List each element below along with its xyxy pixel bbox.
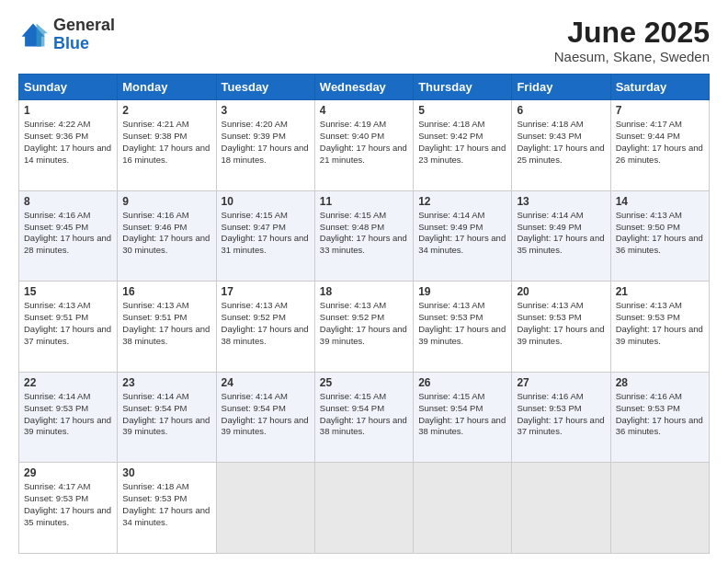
day-number: 27 <box>517 376 605 389</box>
day-number: 26 <box>418 376 506 389</box>
day-number: 28 <box>616 376 704 389</box>
day-number: 15 <box>24 285 112 298</box>
calendar-cell: 4 Sunrise: 4:19 AMSunset: 9:40 PMDayligh… <box>314 100 413 191</box>
cell-info: Sunrise: 4:13 AMSunset: 9:53 PMDaylight:… <box>418 300 506 345</box>
cell-info: Sunrise: 4:13 AMSunset: 9:53 PMDaylight:… <box>517 300 604 345</box>
cell-info: Sunrise: 4:17 AMSunset: 9:44 PMDaylight:… <box>616 119 703 164</box>
calendar-cell: 30 Sunrise: 4:18 AMSunset: 9:53 PMDaylig… <box>118 463 216 554</box>
day-number: 6 <box>517 104 605 117</box>
day-number: 12 <box>418 195 506 208</box>
day-number: 24 <box>222 376 310 389</box>
calendar-cell <box>314 463 413 554</box>
cell-info: Sunrise: 4:13 AMSunset: 9:51 PMDaylight:… <box>24 300 111 345</box>
calendar-cell: 20 Sunrise: 4:13 AMSunset: 9:53 PMDaylig… <box>512 282 610 373</box>
cell-info: Sunrise: 4:15 AMSunset: 9:54 PMDaylight:… <box>418 391 506 436</box>
calendar-cell: 23 Sunrise: 4:14 AMSunset: 9:54 PMDaylig… <box>118 372 216 463</box>
logo-text: General Blue <box>53 17 115 53</box>
cell-info: Sunrise: 4:16 AMSunset: 9:45 PMDaylight:… <box>24 210 111 255</box>
cell-info: Sunrise: 4:14 AMSunset: 9:54 PMDaylight:… <box>122 391 210 436</box>
calendar-cell <box>414 463 512 554</box>
day-number: 19 <box>418 285 506 298</box>
day-number: 2 <box>122 104 210 117</box>
day-number: 29 <box>24 466 112 479</box>
main-title: June 2025 <box>554 17 710 49</box>
day-number: 18 <box>320 285 408 298</box>
day-number: 25 <box>320 376 408 389</box>
calendar-week-row: 15 Sunrise: 4:13 AMSunset: 9:51 PMDaylig… <box>19 282 710 373</box>
cell-info: Sunrise: 4:14 AMSunset: 9:49 PMDaylight:… <box>517 210 604 255</box>
day-number: 17 <box>222 285 310 298</box>
calendar-cell: 11 Sunrise: 4:15 AMSunset: 9:48 PMDaylig… <box>314 190 413 282</box>
cell-info: Sunrise: 4:13 AMSunset: 9:53 PMDaylight:… <box>616 300 703 345</box>
calendar-cell: 24 Sunrise: 4:14 AMSunset: 9:54 PMDaylig… <box>216 372 314 463</box>
calendar-cell: 9 Sunrise: 4:16 AMSunset: 9:46 PMDayligh… <box>118 190 216 282</box>
calendar-day-header: Thursday <box>414 75 512 100</box>
cell-info: Sunrise: 4:22 AMSunset: 9:36 PMDaylight:… <box>24 119 111 164</box>
subtitle: Naesum, Skane, Sweden <box>554 49 710 64</box>
calendar-day-header: Wednesday <box>314 75 413 100</box>
cell-info: Sunrise: 4:16 AMSunset: 9:53 PMDaylight:… <box>517 391 604 436</box>
calendar-cell: 16 Sunrise: 4:13 AMSunset: 9:51 PMDaylig… <box>118 282 216 373</box>
calendar-day-header: Friday <box>512 75 610 100</box>
cell-info: Sunrise: 4:18 AMSunset: 9:42 PMDaylight:… <box>418 119 506 164</box>
day-number: 14 <box>616 195 704 208</box>
logo-icon <box>18 20 48 50</box>
calendar-week-row: 1 Sunrise: 4:22 AMSunset: 9:36 PMDayligh… <box>19 100 710 191</box>
day-number: 5 <box>418 104 506 117</box>
cell-info: Sunrise: 4:13 AMSunset: 9:50 PMDaylight:… <box>616 210 703 255</box>
day-number: 10 <box>222 195 310 208</box>
cell-info: Sunrise: 4:16 AMSunset: 9:46 PMDaylight:… <box>122 210 210 255</box>
calendar-cell: 12 Sunrise: 4:14 AMSunset: 9:49 PMDaylig… <box>414 190 512 282</box>
calendar-cell: 3 Sunrise: 4:20 AMSunset: 9:39 PMDayligh… <box>216 100 314 191</box>
cell-info: Sunrise: 4:13 AMSunset: 9:52 PMDaylight:… <box>320 300 407 345</box>
logo-blue-text: Blue <box>53 35 115 53</box>
calendar-cell: 15 Sunrise: 4:13 AMSunset: 9:51 PMDaylig… <box>19 282 118 373</box>
day-number: 3 <box>222 104 310 117</box>
calendar-cell: 8 Sunrise: 4:16 AMSunset: 9:45 PMDayligh… <box>19 190 118 282</box>
calendar-cell: 28 Sunrise: 4:16 AMSunset: 9:53 PMDaylig… <box>610 372 709 463</box>
logo-general-text: General <box>53 17 115 35</box>
calendar-day-header: Tuesday <box>216 75 314 100</box>
page: General Blue June 2025 Naesum, Skane, Sw… <box>0 0 728 563</box>
calendar-cell: 7 Sunrise: 4:17 AMSunset: 9:44 PMDayligh… <box>610 100 709 191</box>
day-number: 22 <box>24 376 112 389</box>
day-number: 13 <box>517 195 605 208</box>
title-block: June 2025 Naesum, Skane, Sweden <box>554 17 710 64</box>
calendar-cell: 17 Sunrise: 4:13 AMSunset: 9:52 PMDaylig… <box>216 282 314 373</box>
cell-info: Sunrise: 4:16 AMSunset: 9:53 PMDaylight:… <box>616 391 703 436</box>
calendar-week-row: 29 Sunrise: 4:17 AMSunset: 9:53 PMDaylig… <box>19 463 710 554</box>
calendar-cell: 14 Sunrise: 4:13 AMSunset: 9:50 PMDaylig… <box>610 190 709 282</box>
cell-info: Sunrise: 4:18 AMSunset: 9:53 PMDaylight:… <box>122 481 210 526</box>
cell-info: Sunrise: 4:20 AMSunset: 9:39 PMDaylight:… <box>222 119 309 164</box>
cell-info: Sunrise: 4:13 AMSunset: 9:52 PMDaylight:… <box>222 300 309 345</box>
cell-info: Sunrise: 4:18 AMSunset: 9:43 PMDaylight:… <box>517 119 604 164</box>
calendar-cell <box>512 463 610 554</box>
calendar-cell: 26 Sunrise: 4:15 AMSunset: 9:54 PMDaylig… <box>414 372 512 463</box>
cell-info: Sunrise: 4:14 AMSunset: 9:49 PMDaylight:… <box>418 210 506 255</box>
cell-info: Sunrise: 4:14 AMSunset: 9:53 PMDaylight:… <box>24 391 111 436</box>
calendar-cell: 22 Sunrise: 4:14 AMSunset: 9:53 PMDaylig… <box>19 372 118 463</box>
calendar-header-row: SundayMondayTuesdayWednesdayThursdayFrid… <box>19 75 710 100</box>
calendar-cell: 25 Sunrise: 4:15 AMSunset: 9:54 PMDaylig… <box>314 372 413 463</box>
calendar-cell: 29 Sunrise: 4:17 AMSunset: 9:53 PMDaylig… <box>19 463 118 554</box>
day-number: 30 <box>122 466 210 479</box>
calendar-cell: 1 Sunrise: 4:22 AMSunset: 9:36 PMDayligh… <box>19 100 118 191</box>
cell-info: Sunrise: 4:17 AMSunset: 9:53 PMDaylight:… <box>24 481 111 526</box>
cell-info: Sunrise: 4:15 AMSunset: 9:48 PMDaylight:… <box>320 210 407 255</box>
calendar-cell: 13 Sunrise: 4:14 AMSunset: 9:49 PMDaylig… <box>512 190 610 282</box>
cell-info: Sunrise: 4:19 AMSunset: 9:40 PMDaylight:… <box>320 119 407 164</box>
day-number: 16 <box>122 285 210 298</box>
cell-info: Sunrise: 4:21 AMSunset: 9:38 PMDaylight:… <box>122 119 210 164</box>
calendar-table: SundayMondayTuesdayWednesdayThursdayFrid… <box>18 74 710 554</box>
cell-info: Sunrise: 4:13 AMSunset: 9:51 PMDaylight:… <box>122 300 210 345</box>
calendar-cell: 19 Sunrise: 4:13 AMSunset: 9:53 PMDaylig… <box>414 282 512 373</box>
calendar-day-header: Sunday <box>19 75 118 100</box>
calendar-cell: 21 Sunrise: 4:13 AMSunset: 9:53 PMDaylig… <box>610 282 709 373</box>
day-number: 1 <box>24 104 112 117</box>
day-number: 4 <box>320 104 408 117</box>
calendar-cell: 18 Sunrise: 4:13 AMSunset: 9:52 PMDaylig… <box>314 282 413 373</box>
svg-marker-1 <box>37 23 48 46</box>
calendar-cell: 10 Sunrise: 4:15 AMSunset: 9:47 PMDaylig… <box>216 190 314 282</box>
cell-info: Sunrise: 4:15 AMSunset: 9:47 PMDaylight:… <box>222 210 309 255</box>
calendar-cell <box>610 463 709 554</box>
